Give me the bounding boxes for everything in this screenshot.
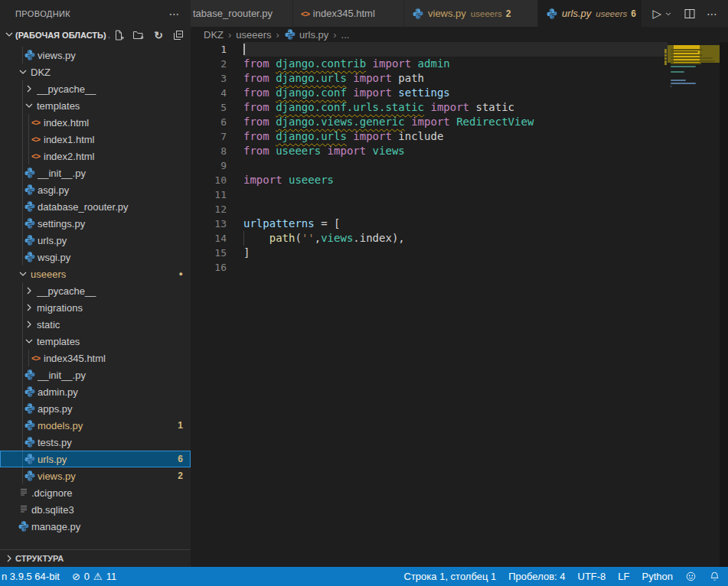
tree-item-useeers[interactable]: useeers● — [0, 265, 191, 282]
split-editor-icon[interactable] — [684, 8, 696, 20]
problems-status[interactable]: ⊘ 0 ⚠ 11 — [72, 571, 116, 582]
breadcrumb-text: DKZ — [204, 29, 224, 41]
outline-section-header[interactable]: СТРУКТУРА — [0, 549, 191, 567]
workspace-section-header[interactable]: (РАБОЧАЯ ОБЛАСТЬ) ... ↻ — [0, 27, 191, 44]
code-line-content[interactable]: path('',views.index), — [243, 231, 668, 246]
code-line-content[interactable]: from django.conf import settings — [243, 86, 668, 100]
tree-item-models.py[interactable]: models.py1 — [0, 417, 191, 434]
code-token: django.urls — [276, 130, 347, 142]
code-line-6: 6from django.views.generic import Redire… — [191, 115, 668, 129]
chevron-right-icon — [23, 318, 35, 330]
new-file-icon[interactable] — [113, 29, 125, 41]
bell-icon[interactable] — [709, 571, 720, 582]
indent-guide — [22, 198, 23, 215]
code-line-content[interactable]: ] — [243, 246, 668, 260]
code-line-content[interactable]: from django.urls import include — [243, 129, 668, 144]
tab-views.py[interactable]: views.pyuseeers2 — [404, 0, 538, 27]
new-folder-icon[interactable] — [132, 29, 145, 41]
tree-item-views.py[interactable]: views.py2 — [0, 467, 191, 484]
tree-item-index.html[interactable]: <>index.html — [0, 114, 191, 131]
code-line-content[interactable]: urlpatterns = [ — [243, 216, 668, 231]
code-line-content[interactable] — [243, 42, 668, 57]
code-token: import — [353, 86, 392, 99]
code-line-content[interactable]: import useeers — [243, 173, 668, 187]
indent-guide — [22, 131, 23, 148]
tab-urls.py[interactable]: urls.pyuseeers6✕ — [538, 0, 641, 27]
code-line-content[interactable]: from django.views.generic import Redirec… — [243, 115, 668, 129]
tree-item-migrations[interactable]: migrations — [0, 299, 191, 316]
tree-item-asgi.py[interactable]: asgi.py — [0, 181, 191, 198]
tree-item-.dcignore[interactable]: .dcignore — [0, 484, 191, 501]
tree-item-manage.py[interactable]: manage.py — [0, 518, 191, 535]
explorer-more-icon[interactable]: ⋯ — [169, 8, 180, 20]
code-line-10: 10import useeers — [191, 173, 668, 187]
code-line-content[interactable]: from django.conf.urls.static import stat… — [243, 100, 668, 115]
code-line-content[interactable] — [243, 260, 668, 275]
tree-item-index1.html[interactable]: <>index1.html — [0, 131, 191, 148]
tree-item-tests.py[interactable]: tests.py — [0, 434, 191, 451]
language-mode-status[interactable]: Python — [642, 571, 673, 582]
tree-item-__init__.py[interactable]: __init__.py — [0, 366, 191, 383]
refresh-icon[interactable]: ↻ — [152, 29, 165, 41]
tree-item-settings.py[interactable]: settings.py — [0, 215, 191, 232]
cursor-position-status[interactable]: Строка 1, столбец 1 — [404, 571, 497, 582]
tree-item-wsgi.py[interactable]: wsgi.py — [0, 249, 191, 265]
tree-item-__init__.py[interactable]: __init__.py — [0, 164, 191, 181]
code-line-content[interactable] — [243, 202, 668, 216]
tree-item-__pycache__[interactable]: __pycache__ — [0, 80, 191, 97]
tab-tabase_roouter.py[interactable]: tabase_roouter.py — [191, 0, 293, 27]
encoding-status[interactable]: UTF-8 — [578, 571, 606, 582]
tree-item-database_roouter.py[interactable]: database_roouter.py — [0, 198, 191, 215]
indent-guide — [28, 350, 29, 366]
tree-item-DKZ[interactable]: DKZ — [0, 63, 191, 80]
code-token: import — [328, 145, 367, 157]
tree-item-index345.html[interactable]: <>index345.html — [0, 350, 191, 366]
feedback-icon[interactable] — [685, 571, 697, 582]
tree-item-urls.py[interactable]: urls.py6 — [0, 451, 191, 467]
tree-item-templates[interactable]: templates — [0, 333, 191, 350]
indentation-status[interactable]: Пробелов: 4 — [508, 571, 565, 582]
run-dropdown-chevron-icon[interactable] — [664, 9, 673, 18]
chevron-down-icon — [23, 99, 35, 112]
html-icon: <> — [31, 353, 40, 363]
tree-item-admin.py[interactable]: admin.py — [0, 383, 191, 400]
code-line-content[interactable] — [243, 187, 668, 202]
tree-item-urls.py[interactable]: urls.py — [0, 232, 191, 249]
outline-label: СТРУКТУРА — [15, 554, 64, 563]
run-python-file-button[interactable]: ▷ — [652, 7, 673, 21]
tab-index345.html[interactable]: <>index345.html — [293, 0, 404, 27]
line-number: 6 — [191, 116, 227, 128]
editor-scrollbar[interactable] — [720, 42, 728, 567]
tree-item-db.sqlite3[interactable]: db.sqlite3 — [0, 501, 191, 518]
code-token: django.conf — [276, 86, 347, 99]
tab-label: tabase_roouter.py — [193, 8, 273, 19]
file-icon — [17, 503, 30, 516]
code-line-content[interactable]: from django.urls import path — [243, 71, 668, 86]
tree-item-__pycache__[interactable]: __pycache__ — [0, 282, 191, 299]
breadcrumb-item-DKZ[interactable]: DKZ — [204, 29, 224, 41]
file-name: index.html — [44, 117, 183, 129]
collapse-all-icon[interactable] — [172, 29, 184, 41]
python-icon — [23, 436, 36, 448]
tree-item-views.py[interactable]: views.py — [0, 47, 191, 63]
code-line-content[interactable] — [243, 158, 668, 173]
tree-item-static[interactable]: static — [0, 316, 191, 333]
tree-item-templates[interactable]: templates — [0, 97, 191, 114]
code-line-content[interactable]: from django.contrib import admin — [243, 57, 668, 71]
code-token: django.contrib — [276, 57, 366, 70]
python-interpreter-status[interactable]: n 3.9.5 64-bit — [2, 571, 60, 582]
minimap[interactable] — [668, 42, 720, 567]
indent-guide — [22, 164, 23, 181]
code-line-content[interactable]: from useeers import views — [243, 144, 668, 158]
tree-item-apps.py[interactable]: apps.py — [0, 400, 191, 417]
breadcrumb-item-...[interactable]: ... — [341, 29, 350, 41]
tree-item-index2.html[interactable]: <>index2.html — [0, 148, 191, 164]
error-icon: ⊘ — [72, 571, 80, 582]
breadcrumb-item-useeers[interactable]: useeers — [236, 29, 271, 41]
file-name: templates — [37, 336, 183, 347]
eol-status[interactable]: LF — [618, 571, 629, 582]
code-line-13: 13urlpatterns = [ — [191, 216, 668, 231]
indent-guide — [22, 350, 23, 366]
editor-more-icon[interactable]: ⋯ — [707, 8, 717, 20]
breadcrumb-item-urls.py[interactable]: urls.py — [284, 28, 328, 41]
